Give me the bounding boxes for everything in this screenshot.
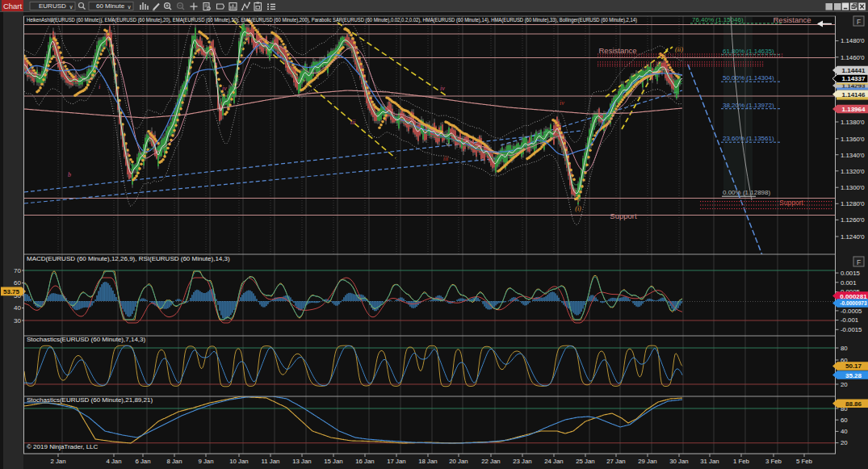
svg-text:29 Jan: 29 Jan [638, 458, 656, 465]
svg-text:60: 60 [14, 279, 21, 287]
svg-text:1.1320'0: 1.1320'0 [841, 168, 865, 175]
svg-text:Resistance: Resistance [599, 46, 637, 55]
svg-text:23.60% (1.13561): 23.60% (1.13561) [723, 135, 774, 142]
svg-text:40: 40 [841, 428, 848, 435]
svg-text:1.1240'0: 1.1240'0 [841, 233, 865, 241]
svg-text:30 Jan: 30 Jan [669, 458, 688, 465]
svg-text:-0.0015: -0.0015 [841, 326, 862, 333]
svg-text:1.1460'0: 1.1460'0 [841, 54, 865, 61]
svg-text:1.1360'0: 1.1360'0 [841, 136, 865, 143]
svg-text:Stochastics(EURUSD (60 Minute): Stochastics(EURUSD (60 Minute),21,89,21) [27, 396, 153, 404]
svg-text:iv: iv [222, 85, 227, 92]
svg-text:Support: Support [610, 211, 637, 220]
svg-text:4 Jan: 4 Jan [106, 458, 121, 465]
svg-text:20 Jan: 20 Jan [449, 458, 468, 465]
svg-text:1.1340'0: 1.1340'0 [841, 152, 865, 159]
svg-text:0.00% (1.12898): 0.00% (1.12898) [723, 189, 770, 196]
svg-text:24 Jan: 24 Jan [544, 458, 563, 465]
svg-text:88.86: 88.86 [845, 400, 862, 408]
svg-text:25 Jan: 25 Jan [576, 458, 594, 465]
svg-text:-0.0005: -0.0005 [841, 308, 862, 315]
svg-text:35.28: 35.28 [845, 372, 862, 379]
svg-text:80: 80 [841, 345, 848, 352]
svg-text:50.17: 50.17 [845, 362, 862, 370]
svg-text:1 Feb: 1 Feb [733, 458, 750, 465]
svg-text:MACD(EURUSD (60 Minute),12,26,: MACD(EURUSD (60 Minute),12,26,9), RSI(EU… [27, 255, 230, 262]
svg-text:8 Jan: 8 Jan [166, 458, 182, 465]
svg-text:F: F [857, 18, 861, 26]
svg-text:17 Jan: 17 Jan [387, 458, 405, 465]
svg-text:76.40% (1.15046): 76.40% (1.15046) [692, 16, 744, 23]
svg-text:1.1280'0: 1.1280'0 [841, 200, 865, 207]
svg-text:60 Minute: 60 Minute [96, 2, 125, 10]
svg-text:iii: iii [350, 119, 356, 126]
svg-text:20: 20 [841, 439, 848, 446]
svg-text:iii: iii [443, 155, 449, 162]
svg-text:31 Jan: 31 Jan [700, 458, 719, 465]
svg-text:10 Jan: 10 Jan [229, 458, 248, 465]
svg-text:Support: Support [779, 199, 803, 207]
svg-text:∨: ∨ [127, 4, 131, 10]
svg-text:EURUSD: EURUSD [39, 2, 66, 10]
svg-text:50.00% (1.14304): 50.00% (1.14304) [723, 74, 774, 82]
svg-text:(i): (i) [575, 205, 581, 212]
svg-text:1.14337: 1.14337 [842, 75, 866, 82]
svg-text:v: v [446, 140, 449, 148]
svg-text:5 Feb: 5 Feb [796, 458, 813, 465]
svg-text:HeikenAshi8(EURUSD (60 Minute): HeikenAshi8(EURUSD (60 Minute)), EMA(EUR… [27, 16, 637, 23]
svg-text:27 Jan: 27 Jan [606, 458, 625, 465]
svg-text:1.14441: 1.14441 [842, 67, 866, 74]
svg-text:-0.001: -0.001 [841, 316, 858, 324]
svg-text:1.1480'0: 1.1480'0 [841, 37, 865, 44]
svg-text:∨: ∨ [69, 4, 73, 10]
svg-text:Chart: Chart [3, 2, 23, 10]
svg-text:1.1380'0: 1.1380'0 [841, 119, 865, 126]
svg-text:i: i [263, 37, 265, 44]
svg-text:ii: ii [126, 150, 129, 157]
svg-text:9 Jan: 9 Jan [198, 458, 213, 465]
svg-text:v: v [577, 197, 580, 204]
svg-text:22 Jan: 22 Jan [481, 458, 500, 465]
svg-text:0.001: 0.001 [841, 279, 857, 287]
svg-text:70: 70 [14, 267, 21, 274]
svg-text:15 Jan: 15 Jan [324, 458, 342, 465]
svg-text:3 Feb: 3 Feb [765, 458, 782, 465]
svg-text:30: 30 [14, 317, 21, 325]
svg-text:61.80% (1.14635): 61.80% (1.14635) [723, 48, 774, 55]
svg-text:Stochastics(EURUSD (60 Minute): Stochastics(EURUSD (60 Minute),7,14,3) [27, 336, 146, 343]
svg-text:iv: iv [560, 99, 564, 107]
svg-text:1.13964: 1.13964 [842, 106, 866, 113]
svg-text:1.1260'0: 1.1260'0 [841, 216, 865, 224]
svg-text:53.75: 53.75 [3, 288, 20, 295]
svg-text:38.20% (1.13972): 38.20% (1.13972) [723, 102, 774, 109]
svg-text:F: F [857, 258, 861, 266]
svg-text:2 Jan: 2 Jan [50, 458, 65, 465]
svg-text:1.1300'0: 1.1300'0 [841, 184, 865, 191]
svg-text:16 Jan: 16 Jan [355, 458, 374, 465]
svg-text:6 Jan: 6 Jan [135, 458, 150, 465]
svg-text:(ii): (ii) [675, 46, 683, 53]
svg-text:b: b [68, 171, 71, 178]
svg-text:60: 60 [841, 417, 848, 424]
svg-text:i: i [99, 83, 100, 90]
svg-text:0.0015: 0.0015 [841, 270, 861, 277]
svg-text:-0.0000973: -0.0000973 [840, 300, 867, 306]
svg-text:iv: iv [440, 85, 445, 92]
svg-text:20: 20 [841, 381, 848, 388]
svg-text:© 2019 NinjaTrader, LLC: © 2019 NinjaTrader, LLC [27, 443, 99, 450]
svg-text:13 Jan: 13 Jan [292, 458, 311, 465]
svg-text:23 Jan: 23 Jan [513, 458, 531, 465]
svg-text:11 Jan: 11 Jan [262, 458, 280, 465]
svg-text:18 Jan: 18 Jan [418, 458, 437, 465]
svg-text:40: 40 [14, 304, 21, 312]
svg-text:Resistance: Resistance [774, 15, 811, 24]
